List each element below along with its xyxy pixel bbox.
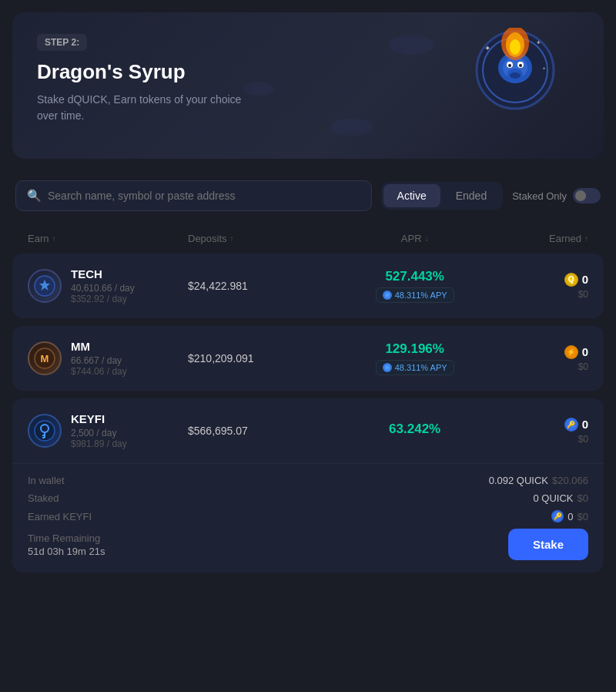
time-remaining-value: 51d 03h 19m 21s [28, 546, 105, 557]
earned-tech: Q 0 $0 [481, 273, 588, 300]
token-info-keyfi: KEYFI 2,500 / day $981.89 / day [28, 412, 188, 449]
staked-label: Staked [28, 492, 59, 504]
svg-point-7 [519, 64, 522, 67]
earned-usd-mm: $0 [481, 361, 588, 372]
earned-keyfi: 🔑 0 $0 [481, 418, 588, 445]
deposits-keyfi: $566,695.07 [188, 425, 348, 437]
hero-subtitle: Stake dQUICK, Earn tokens of your choice… [37, 92, 253, 124]
search-wrapper: 🔍 [15, 180, 372, 211]
svg-point-6 [508, 64, 511, 67]
tab-active[interactable]: Active [383, 184, 440, 207]
earned-amount-keyfi: 🔑 0 [481, 418, 588, 432]
header-earn: Earn ↑ [28, 233, 188, 244]
in-wallet-label: In wallet [28, 475, 65, 486]
earned-amount-tech: Q 0 [481, 273, 588, 287]
earned-keyfi-amount: 0 [567, 511, 573, 522]
earn-sort-icon: ↑ [52, 234, 55, 243]
filter-bar: 🔍 Active Ended Staked Only [12, 171, 604, 220]
cloud-decoration-3 [330, 119, 373, 136]
apr-pct-tech: 527.443% [348, 269, 481, 284]
apr-pct-keyfi: 63.242% [348, 422, 481, 437]
deposits-tech: $24,422.981 [188, 280, 348, 292]
staked-only-filter: Staked Only [512, 188, 601, 203]
staked-only-toggle[interactable] [573, 188, 601, 203]
staked-quick: 0 QUICK [534, 492, 574, 504]
dquick-icon [383, 291, 392, 300]
apr-pct-mm: 129.196% [348, 341, 481, 357]
earned-keyfi-label: Earned KEYFI [28, 511, 92, 522]
svg-text:✦: ✦ [536, 39, 541, 46]
pool-card-tech: TECH 40,610.66 / day $352.92 / day $24,4… [12, 254, 604, 318]
svg-text:✦: ✦ [542, 66, 546, 71]
in-wallet-usd: $20.066 [552, 475, 588, 486]
token-name-keyfi: KEYFI [71, 412, 127, 425]
keyfi-expanded-details: In wallet 0.092 QUICK $20.066 Staked 0 Q… [12, 463, 604, 573]
token-rate-mm: 66.667 / day [71, 355, 127, 366]
in-wallet-row: In wallet 0.092 QUICK $20.066 [28, 475, 588, 486]
earned-keyfi-usd: $0 [578, 511, 588, 522]
stake-button[interactable]: Stake [508, 529, 588, 560]
table-header: Earn ↑ Deposits ↑ APR ↓ Earned ↑ [12, 227, 604, 250]
pool-card-mm-main: M MM 66.667 / day $744.06 / day $210,209… [12, 326, 604, 391]
time-remaining-label: Time Remaining [28, 532, 105, 544]
token-info-mm: M MM 66.667 / day $744.06 / day [28, 340, 188, 377]
token-icon-keyfi [28, 414, 62, 448]
token-name-tech: TECH [71, 267, 135, 280]
tab-group: Active Ended [381, 182, 504, 210]
staked-value: 0 QUICK $0 [534, 492, 588, 504]
token-icon-tech [28, 269, 62, 303]
earned-icon-mm: ⚡ [564, 345, 578, 359]
earned-icon-tech: Q [564, 273, 578, 287]
step-label: STEP 2: [37, 34, 87, 51]
in-wallet-quick: 0.092 QUICK [489, 475, 548, 486]
staked-only-label: Staked Only [512, 190, 567, 202]
apy-badge-tech: 48.311% APY [376, 287, 454, 303]
svg-text:✦: ✦ [484, 44, 490, 52]
deposits-sort-icon: ↑ [230, 234, 234, 243]
dragon-logo: ✦ ✦ ✦ [473, 28, 557, 113]
token-rate-usd-mm: $744.06 / day [71, 366, 127, 377]
apr-mm: 129.196% 48.311% APY [348, 341, 481, 375]
token-rate-usd-tech: $352.92 / day [71, 294, 135, 304]
token-name-mm: MM [71, 340, 127, 353]
token-rate-tech: 40,610.66 / day [71, 283, 135, 294]
token-text-mm: MM 66.667 / day $744.06 / day [71, 340, 127, 377]
apr-sort-icon: ↓ [425, 234, 429, 243]
token-text-keyfi: KEYFI 2,500 / day $981.89 / day [71, 412, 127, 449]
earned-keyfi-value: 🔑 0 $0 [551, 510, 588, 522]
earned-amount-mm: ⚡ 0 [481, 345, 588, 359]
earned-keyfi-token-icon: 🔑 [551, 510, 564, 522]
earned-mm: ⚡ 0 $0 [481, 345, 588, 372]
deposits-mm: $210,209.091 [188, 352, 348, 364]
earned-sort-icon: ↑ [584, 234, 588, 243]
pool-card-keyfi-main: KEYFI 2,500 / day $981.89 / day $566,695… [12, 398, 604, 463]
search-icon: 🔍 [27, 189, 42, 203]
tab-ended[interactable]: Ended [442, 184, 500, 207]
apy-badge-mm: 48.311% APY [376, 360, 454, 375]
hero-section: STEP 2: Dragon's Syrup Stake dQUICK, Ear… [12, 12, 604, 159]
svg-point-9 [510, 72, 521, 79]
pool-card-mm: M MM 66.667 / day $744.06 / day $210,209… [12, 326, 604, 391]
apr-tech: 527.443% 48.311% APY [348, 269, 481, 303]
svg-point-12 [510, 39, 521, 55]
header-apr: APR ↓ [348, 233, 481, 244]
earned-usd-keyfi: $0 [481, 434, 588, 445]
header-earned: Earned ↑ [481, 233, 588, 244]
earned-keyfi-row: Earned KEYFI 🔑 0 $0 [28, 510, 588, 522]
dquick-icon-mm [383, 363, 392, 372]
svg-text:M: M [41, 353, 49, 364]
time-remaining-row: Time Remaining 51d 03h 19m 21s Stake [28, 529, 588, 560]
cloud-decoration-1 [388, 35, 434, 55]
token-icon-mm: M [28, 341, 62, 375]
token-rate-usd-keyfi: $981.89 / day [71, 438, 127, 449]
time-remaining-info: Time Remaining 51d 03h 19m 21s [28, 532, 105, 557]
earned-usd-tech: $0 [481, 289, 588, 300]
token-info-tech: TECH 40,610.66 / day $352.92 / day [28, 267, 188, 304]
staked-usd: $0 [578, 492, 588, 504]
toggle-dot [575, 190, 586, 201]
apr-keyfi: 63.242% [348, 422, 481, 440]
search-input[interactable] [48, 190, 360, 202]
pool-card-keyfi: KEYFI 2,500 / day $981.89 / day $566,695… [12, 398, 604, 573]
header-deposits: Deposits ↑ [188, 233, 348, 244]
token-rate-keyfi: 2,500 / day [71, 428, 127, 438]
